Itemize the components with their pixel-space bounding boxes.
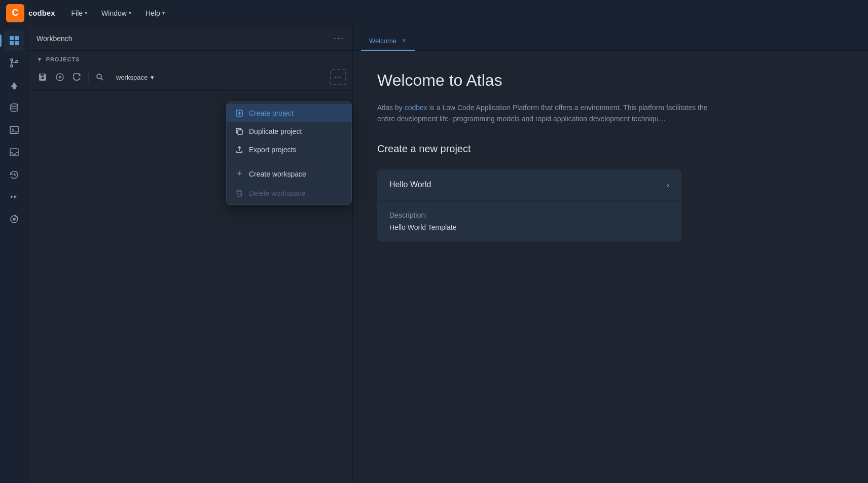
tab-close-button[interactable]: × xyxy=(401,37,407,45)
projects-section: ▼ PROJECTS xyxy=(28,51,352,91)
workspace-selector[interactable]: workspace ▾ xyxy=(111,72,159,83)
workbench-icon xyxy=(9,36,19,46)
projects-header: ▼ PROJECTS xyxy=(28,56,352,67)
git-icon xyxy=(9,58,19,68)
dropdown-export-projects[interactable]: Export projects xyxy=(227,141,351,159)
svg-rect-2 xyxy=(10,41,14,45)
dropdown-create-project[interactable]: Create project xyxy=(227,104,351,122)
menu-window[interactable]: Window ▾ xyxy=(95,7,137,20)
sidebar-item-inbox[interactable] xyxy=(4,142,24,162)
svg-rect-1 xyxy=(15,36,19,40)
svg-marker-17 xyxy=(59,76,62,79)
sidebar-item-speed[interactable] xyxy=(4,209,24,229)
svg-point-18 xyxy=(97,74,101,79)
context-dropdown: Create project Duplicate project xyxy=(226,101,352,205)
app-logo: C xyxy=(6,4,24,22)
svg-point-4 xyxy=(11,59,13,61)
welcome-content: Welcome to Atlas Atlas by codbex is a Lo… xyxy=(353,51,868,483)
chevron-down-icon: ▾ xyxy=(129,10,131,16)
welcome-panel: Welcome × Welcome to Atlas Atlas by codb… xyxy=(353,26,868,483)
project-card-body: Description: Hello World Template xyxy=(377,201,681,242)
refresh-icon xyxy=(73,73,81,81)
deploy-icon xyxy=(9,80,19,90)
play-button[interactable] xyxy=(52,69,68,85)
inbox-icon xyxy=(9,147,19,157)
tab-welcome[interactable]: Welcome × xyxy=(361,31,415,51)
export-icon xyxy=(235,146,244,154)
create-workspace-label: Create workspace xyxy=(249,170,306,178)
workbench-panel: Workbench ··· ▼ PROJECTS xyxy=(28,26,353,483)
workbench-header: Workbench ··· xyxy=(28,26,352,51)
svg-rect-0 xyxy=(10,36,14,40)
toolbar-divider xyxy=(88,72,89,82)
sidebar-item-workbench[interactable] xyxy=(4,30,24,51)
dropdown-delete-workspace: Delete workspace xyxy=(227,184,351,202)
save-button[interactable] xyxy=(34,69,51,85)
terminal-icon xyxy=(9,125,19,135)
app-name: codbex xyxy=(28,9,55,17)
svg-rect-3 xyxy=(15,41,19,45)
workbench-title: Workbench xyxy=(37,34,73,43)
refresh-button[interactable] xyxy=(69,69,85,85)
menu-help[interactable]: Help ▾ xyxy=(139,7,171,20)
svg-rect-21 xyxy=(238,130,242,134)
duplicate-project-label: Duplicate project xyxy=(249,127,302,135)
workbench-more-button[interactable]: ··· xyxy=(334,33,344,44)
topbar: C codbex File ▾ Window ▾ Help ▾ xyxy=(0,0,868,26)
icon-sidebar xyxy=(0,26,28,483)
sidebar-item-database[interactable] xyxy=(4,97,24,118)
project-desc-label: Description: xyxy=(389,211,669,219)
chevron-down-icon: ▾ xyxy=(162,10,165,16)
workspace-label: workspace xyxy=(116,74,148,81)
projects-label: PROJECTS xyxy=(46,56,80,62)
more-options-button[interactable]: ··· xyxy=(330,69,346,85)
dropdown-create-workspace[interactable]: + Create workspace xyxy=(227,163,351,184)
project-card-title: Hello World xyxy=(389,180,431,189)
svg-point-5 xyxy=(11,65,13,67)
svg-line-19 xyxy=(101,78,103,80)
duplicate-icon xyxy=(235,127,244,135)
workspace-chevron-icon: ▾ xyxy=(151,74,154,81)
sidebar-item-deploy[interactable] xyxy=(4,75,24,95)
menu-file[interactable]: File ▾ xyxy=(65,7,94,20)
project-card-hello-world: Hello World › Description: Hello World T… xyxy=(377,169,681,242)
collapse-icon[interactable]: ▼ xyxy=(37,56,43,63)
database-icon xyxy=(9,102,19,113)
speed-icon xyxy=(9,214,19,224)
svg-point-15 xyxy=(13,218,15,220)
project-card-header[interactable]: Hello World › xyxy=(377,169,681,201)
tab-welcome-label: Welcome xyxy=(369,37,396,45)
create-project-section-title: Create a new project xyxy=(377,143,844,161)
dropdown-duplicate-project[interactable]: Duplicate project xyxy=(227,122,351,141)
chevron-down-icon: ▾ xyxy=(85,10,87,16)
topbar-menu: File ▾ Window ▾ Help ▾ xyxy=(65,7,171,20)
export-projects-label: Export projects xyxy=(249,146,296,154)
project-card-chevron-icon: › xyxy=(666,180,669,190)
tab-bar: Welcome × xyxy=(353,26,868,51)
create-project-icon xyxy=(235,109,244,117)
codbex-link[interactable]: codbex xyxy=(405,104,427,112)
create-project-label: Create project xyxy=(249,109,294,117)
sidebar-item-terminal[interactable] xyxy=(4,120,24,140)
plus-icon: + xyxy=(235,168,244,179)
sidebar-item-history[interactable] xyxy=(4,164,24,185)
main-area: Workbench ··· ▼ PROJECTS xyxy=(0,26,868,483)
forward-icon xyxy=(9,192,19,202)
dropdown-divider xyxy=(227,161,351,161)
toolbar: workspace ▾ ··· xyxy=(28,67,352,87)
save-icon xyxy=(39,73,47,81)
search-icon xyxy=(96,73,104,81)
welcome-title: Welcome to Atlas xyxy=(377,71,844,90)
play-icon xyxy=(56,73,64,81)
trash-icon xyxy=(235,189,244,197)
project-desc-value: Hello World Template xyxy=(389,223,669,231)
welcome-description: Atlas by codbex is a Low Code Applicatio… xyxy=(377,102,722,125)
history-icon xyxy=(9,169,19,180)
sidebar-item-git[interactable] xyxy=(4,53,24,73)
svg-rect-9 xyxy=(10,126,18,133)
delete-workspace-label: Delete workspace xyxy=(249,189,305,197)
svg-point-8 xyxy=(11,104,18,107)
sidebar-item-forward[interactable] xyxy=(4,187,24,207)
svg-rect-11 xyxy=(10,149,18,156)
search-button[interactable] xyxy=(92,69,108,85)
